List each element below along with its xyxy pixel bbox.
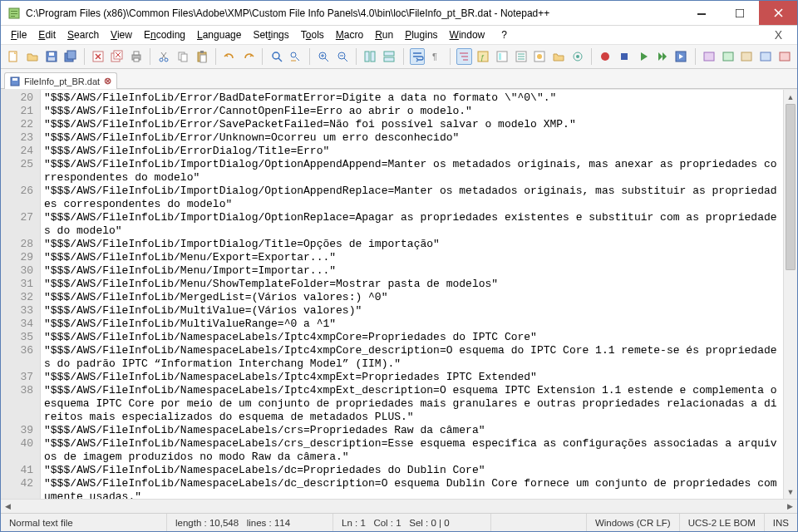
print-icon[interactable] (128, 48, 144, 65)
folder-workspace-icon[interactable] (551, 48, 567, 65)
wordwrap-icon[interactable] (410, 48, 426, 65)
zoom-in-icon[interactable] (316, 48, 332, 65)
doc-list-icon[interactable] (513, 48, 529, 65)
close-button[interactable] (759, 1, 797, 25)
code-line[interactable]: "$$$/AWS/FileInfoLib/MultiValueRange=^0 … (44, 318, 780, 331)
toolbar-extra-2-icon[interactable] (720, 48, 736, 65)
status-spacer (491, 514, 587, 531)
code-line[interactable]: "$$$/AWS/FileInfoLib/Menu/Export=Exporta… (44, 251, 780, 264)
redo-icon[interactable] (241, 48, 257, 65)
code-line[interactable]: "$$$/AWS/FileInfoLib/NamespaceLabels/Ipt… (44, 331, 780, 344)
menu-plugins[interactable]: Plugins (400, 27, 442, 42)
close-all-icon[interactable] (110, 48, 126, 65)
minimize-button[interactable] (682, 1, 721, 25)
sync-h-icon[interactable] (382, 48, 397, 65)
save-all-icon[interactable] (62, 48, 78, 65)
vertical-scrollbar[interactable]: ▲ ▼ (783, 90, 797, 499)
code-line[interactable]: "$$$/AWS/FileInfoLib/MultiValue=(Vários … (44, 304, 780, 318)
sync-v-icon[interactable] (362, 48, 378, 65)
svg-text:ƒ: ƒ (480, 53, 485, 62)
window-title: C:\Program Files (x86)\Common Files\Adob… (26, 7, 682, 19)
menu-close-doc[interactable]: X (765, 28, 792, 42)
menu-language[interactable]: Language (192, 27, 246, 42)
menu-run[interactable]: Run (370, 27, 398, 42)
code-line[interactable]: "$$$/AWS/FileInfoLib/ImportDialog/Option… (44, 211, 780, 238)
code-line[interactable]: "$$$/AWS/FileInfoLib/NamespaceLabels/Ipt… (44, 384, 780, 424)
code-line[interactable]: "$$$/AWS/FileInfoLib/NamespaceLabels/dc_… (44, 477, 780, 499)
menu-settings[interactable]: Settings (248, 27, 293, 42)
menu-macro[interactable]: Macro (331, 27, 368, 42)
code-line[interactable]: "$$$/AWS/FileInfoLib/ImportDialog/Title=… (44, 238, 780, 251)
status-mode[interactable]: INS (765, 514, 797, 531)
code-line[interactable]: "$$$/AWS/FileInfoLib/ImportDialog/Option… (44, 158, 780, 185)
userlang-icon[interactable]: ƒ (475, 48, 491, 65)
play-macro-icon[interactable] (636, 48, 652, 65)
toolbar-extra-4-icon[interactable] (758, 48, 774, 65)
doc-map-icon[interactable] (495, 48, 510, 65)
maximize-button[interactable] (721, 1, 759, 25)
menu-file[interactable]: File (6, 27, 32, 42)
open-file-icon[interactable] (25, 48, 41, 65)
code-line[interactable]: "$$$/AWS/FileInfoLib/Error/BadDateFormat… (44, 91, 780, 105)
scroll-down-icon[interactable]: ▼ (784, 485, 797, 499)
save-macro-icon[interactable] (673, 48, 689, 65)
code-line[interactable]: "$$$/AWS/FileInfoLib/NamespaceLabels/Ipt… (44, 344, 780, 371)
scroll-up-icon[interactable]: ▲ (784, 90, 797, 104)
stop-macro-icon[interactable] (617, 48, 633, 65)
scroll-right-icon[interactable]: ▶ (783, 500, 797, 513)
scroll-left-icon[interactable]: ◀ (1, 500, 15, 513)
tab-close-icon[interactable]: ⊗ (104, 76, 111, 86)
menu-encoding[interactable]: Encoding (139, 27, 190, 42)
code-line[interactable]: "$$$/AWS/FileInfoLib/ErrorDialog/Title=E… (44, 145, 780, 158)
find-icon[interactable] (268, 48, 284, 65)
menu-view[interactable]: View (106, 27, 137, 42)
code-line[interactable]: "$$$/AWS/FileInfoLib/NamespaceLabels/crs… (44, 424, 780, 437)
status-encoding[interactable]: UCS-2 LE BOM (680, 514, 765, 531)
code-line[interactable]: "$$$/AWS/FileInfoLib/Error/SavePacketFai… (44, 118, 780, 131)
scroll-track[interactable] (784, 104, 797, 485)
status-length: length : 10,548 lines : 114 (167, 514, 333, 531)
scroll-thumb[interactable] (786, 104, 796, 270)
hscroll-track[interactable] (15, 500, 783, 513)
status-eol[interactable]: Windows (CR LF) (587, 514, 680, 531)
toolbar-separator (356, 48, 357, 65)
new-file-icon[interactable] (6, 48, 22, 65)
zoom-out-icon[interactable] (334, 48, 350, 65)
toolbar-extra-1-icon[interactable] (702, 48, 717, 65)
menu-search[interactable]: Search (62, 27, 104, 42)
indent-guide-icon[interactable] (456, 48, 472, 65)
code-line[interactable]: "$$$/AWS/FileInfoLib/NamespaceLabels/dc=… (44, 464, 780, 477)
code-line[interactable]: "$$$/AWS/FileInfoLib/Error/Unknown=Ocorr… (44, 131, 780, 145)
menu-edit[interactable]: Edit (33, 27, 61, 42)
svg-rect-1 (11, 11, 17, 12)
play-multi-icon[interactable] (654, 48, 670, 65)
show-all-chars-icon[interactable]: ¶ (428, 48, 444, 65)
replace-icon[interactable] (288, 48, 303, 65)
code-line[interactable]: "$$$/AWS/FileInfoLib/NamespaceLabels/Ipt… (44, 371, 780, 384)
code-line[interactable]: "$$$/AWS/FileInfoLib/NamespaceLabels/crs… (44, 437, 780, 464)
code-line[interactable]: "$$$/AWS/FileInfoLib/Menu/ShowTemplateFo… (44, 278, 780, 291)
save-icon[interactable] (43, 48, 59, 65)
undo-icon[interactable] (222, 48, 238, 65)
code-line[interactable]: "$$$/AWS/FileInfoLib/MergedList=(Vários … (44, 291, 780, 304)
menu-window[interactable]: Window (445, 27, 490, 42)
record-macro-icon[interactable] (598, 48, 613, 65)
menu-tools[interactable]: Tools (296, 27, 329, 42)
code-line[interactable]: "$$$/AWS/FileInfoLib/ImportDialog/Option… (44, 185, 780, 211)
tab-active[interactable]: FileInfo_pt_BR.dat ⊗ (4, 72, 117, 89)
toolbar-extra-5-icon[interactable] (777, 48, 793, 65)
code-content[interactable]: "$$$/AWS/FileInfoLib/Error/BadDateFormat… (41, 90, 783, 499)
paste-icon[interactable] (194, 48, 209, 65)
code-line[interactable]: "$$$/AWS/FileInfoLib/Error/CannotOpenFil… (44, 105, 780, 118)
svg-rect-3 (11, 16, 15, 17)
function-list-icon[interactable] (532, 48, 548, 65)
menu-help[interactable]: ? (496, 27, 512, 42)
horizontal-scrollbar[interactable]: ◀ ▶ (1, 499, 797, 513)
copy-icon[interactable] (175, 48, 191, 65)
monitoring-icon[interactable] (569, 48, 585, 65)
svg-rect-72 (723, 52, 733, 61)
close-file-icon[interactable] (91, 48, 106, 65)
cut-icon[interactable] (156, 48, 172, 65)
code-line[interactable]: "$$$/AWS/FileInfoLib/Menu/Import=Importa… (44, 264, 780, 278)
toolbar-extra-3-icon[interactable] (739, 48, 755, 65)
